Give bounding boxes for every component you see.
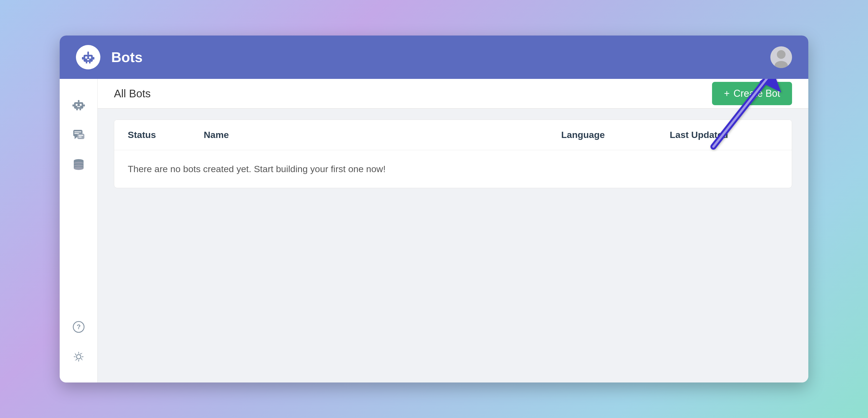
svg-rect-22 (74, 131, 82, 132)
svg-point-5 (87, 52, 89, 53)
app-window: Bots (60, 35, 808, 383)
plus-icon: + (724, 88, 730, 99)
col-header-last-updated: Last Updated (670, 130, 778, 140)
bot-logo-icon (81, 50, 95, 65)
settings-icon (72, 350, 86, 363)
content-body: Status Name Language Last Updated There … (98, 109, 808, 383)
svg-rect-25 (79, 135, 83, 136)
svg-rect-13 (76, 104, 78, 106)
create-bot-button[interactable]: + Create Bot (712, 82, 792, 105)
sidebar: ? (60, 79, 98, 383)
col-header-language: Language (561, 130, 670, 140)
svg-point-11 (775, 61, 788, 68)
svg-rect-0 (84, 55, 93, 62)
bots-table: Status Name Language Last Updated There … (114, 120, 792, 188)
svg-rect-19 (76, 109, 78, 110)
sidebar-item-help[interactable]: ? (72, 312, 86, 342)
database-icon (72, 158, 86, 171)
sidebar-item-database[interactable] (60, 149, 97, 179)
main-layout: ? (60, 79, 808, 383)
svg-rect-16 (78, 100, 80, 102)
svg-rect-20 (80, 109, 81, 110)
col-header-status: Status (128, 130, 204, 140)
svg-rect-24 (77, 134, 84, 139)
svg-rect-17 (72, 104, 74, 106)
svg-rect-6 (82, 57, 84, 60)
empty-state-text: There are no bots created yet. Start bui… (128, 164, 386, 174)
svg-rect-18 (83, 104, 85, 106)
app-header: Bots (60, 35, 808, 79)
chat-icon (72, 128, 86, 141)
svg-text:?: ? (76, 323, 81, 330)
sidebar-item-settings[interactable] (72, 342, 86, 372)
avatar-icon (770, 46, 792, 68)
table-header-row: Status Name Language Last Updated (114, 120, 792, 150)
table-empty-message: There are no bots created yet. Start bui… (114, 150, 792, 188)
svg-rect-3 (87, 59, 89, 60)
avatar[interactable] (770, 46, 792, 68)
help-icon: ? (72, 320, 86, 334)
create-bot-label: Create Bot (734, 88, 780, 99)
svg-rect-9 (89, 62, 91, 63)
all-bots-title: All Bots (114, 88, 712, 100)
svg-point-36 (76, 355, 81, 359)
svg-rect-7 (93, 57, 94, 60)
bot-icon (72, 98, 86, 111)
content-area: All Bots + Create Bot Status Name Langua… (98, 79, 808, 383)
col-header-name: Name (204, 130, 561, 140)
header-logo (76, 45, 100, 69)
svg-rect-14 (80, 104, 82, 106)
svg-point-10 (777, 50, 785, 59)
sidebar-item-bots[interactable] (60, 90, 97, 120)
svg-point-33 (74, 167, 84, 170)
svg-rect-26 (79, 137, 82, 137)
svg-rect-15 (77, 106, 80, 107)
svg-rect-12 (74, 102, 83, 109)
sidebar-item-conversations[interactable] (60, 120, 97, 149)
svg-rect-1 (85, 56, 87, 59)
svg-rect-2 (89, 56, 91, 59)
content-header: All Bots + Create Bot (98, 79, 808, 109)
page-title: Bots (111, 49, 770, 65)
sidebar-bottom: ? (72, 312, 86, 383)
svg-rect-8 (86, 62, 87, 63)
